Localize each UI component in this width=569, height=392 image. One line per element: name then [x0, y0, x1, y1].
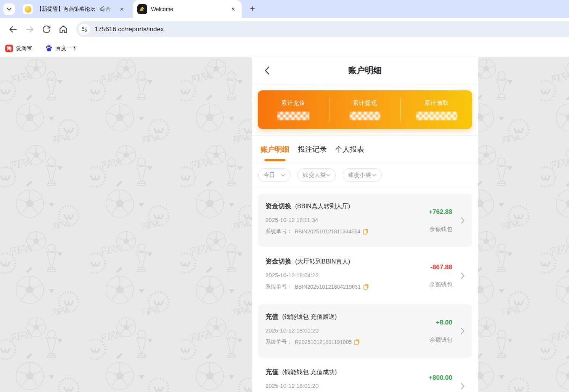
txn-order-label: 系统单号：: [265, 228, 292, 235]
txn-type: 充值: [265, 313, 278, 320]
filter-row: 今日 账变大类 账变小类: [252, 163, 478, 187]
bookmarks-bar: 淘 爱淘宝 百度一下: [0, 40, 569, 57]
tab-title: Welcome: [151, 6, 227, 12]
browser-tab-welcome[interactable]: Welcome ✕: [133, 0, 242, 18]
txn-order-label: 系统单号：: [265, 283, 292, 290]
summary-section: 累计充值 累计提现 累计领取: [252, 84, 478, 136]
reload-icon[interactable]: [42, 24, 51, 34]
chevron-down-icon: [281, 174, 285, 177]
forward-icon[interactable]: [25, 24, 35, 34]
totals-card: 累计充值 累计提现 累计领取: [258, 90, 472, 129]
total-withdraw-label: 累计提现: [353, 100, 377, 107]
txn-wallet: 余额钱包: [429, 336, 452, 344]
txn-order-row: 系统单号： R202510121801191005: [265, 339, 360, 345]
back-icon[interactable]: [8, 24, 18, 34]
txn-amount-block: +762.88 余额钱包: [429, 200, 465, 241]
txn-type: 资金切换: [265, 258, 291, 265]
chevron-down-icon: [326, 174, 330, 177]
txn-title: 充值(钱能钱包 充值赠送): [265, 312, 360, 321]
forum-favicon-blob: [25, 6, 31, 13]
total-withdraw-value-blurred: [350, 112, 380, 120]
transaction-list: 资金切换(BBIN真人转到大厅) 2025-10-12 18:11:34 系统单…: [252, 187, 478, 392]
transaction-row[interactable]: 充值(钱能钱包 充值成功) 2025-10-12 18:01:20 +800.0…: [258, 360, 472, 392]
tab-search-button[interactable]: [3, 3, 15, 15]
copy-icon: [363, 228, 368, 235]
browser-toolbar: 175616.cc/reports/index: [0, 18, 569, 40]
chevron-right-icon: [461, 328, 465, 334]
account-detail-panel: 账户明细 累计充值 累计提现 累计领取 账户明: [252, 57, 478, 392]
txn-datetime: 2025-10-12 18:01:20: [265, 327, 360, 334]
new-tab-button[interactable]: +: [247, 4, 258, 14]
filter-date-label: 今日: [264, 172, 275, 179]
txn-order-label: 系统单号：: [265, 339, 292, 345]
txn-wallet: 余额钱包: [429, 226, 452, 233]
filter-date-dropdown[interactable]: 今日: [258, 168, 290, 182]
address-bar[interactable]: 175616.cc/reports/index: [76, 21, 569, 37]
txn-type: 资金切换: [265, 202, 291, 210]
chevron-right-icon: [461, 383, 465, 390]
txn-title: 资金切换(BBIN真人转到大厅): [265, 202, 368, 210]
txn-order-no: BBIN202510121811334564: [295, 228, 360, 235]
filter-major-type-label: 账变大类: [303, 172, 326, 179]
total-claim-value-blurred: [416, 112, 457, 120]
txn-order-row: 系统单号： BBIN202510121811334564: [265, 228, 368, 235]
tab-personal-report[interactable]: 个人报表: [335, 136, 364, 163]
filter-minor-type-dropdown[interactable]: 账变小类: [343, 168, 382, 182]
url-text[interactable]: 175616.cc/reports/index: [95, 26, 164, 33]
transaction-row[interactable]: 充值(钱能钱包 充值赠送) 2025-10-12 18:01:20 系统单号： …: [258, 304, 472, 358]
total-withdraw: 累计提现: [330, 90, 401, 129]
tab-bet-records[interactable]: 投注记录: [298, 136, 327, 163]
txn-datetime: 2025-10-12 18:01:20: [265, 382, 337, 389]
site-info-button[interactable]: [79, 24, 90, 35]
txn-datetime: 2025-10-12 18:04:22: [265, 272, 369, 278]
txn-info: 充值(钱能钱包 充值成功) 2025-10-12 18:01:20: [265, 366, 337, 392]
txn-amount: +8.00: [436, 319, 452, 326]
welcome-favicon: [137, 4, 147, 14]
txn-detail: (BBIN真人转到大厅): [295, 203, 350, 209]
transaction-row[interactable]: 资金切换(BBIN真人转到大厅) 2025-10-12 18:11:34 系统单…: [258, 194, 472, 247]
copy-button[interactable]: [363, 284, 369, 290]
txn-amount-block: +8.00 余额钱包: [429, 310, 465, 352]
home-icon[interactable]: [58, 24, 68, 34]
chevron-down-icon: [372, 174, 376, 177]
bookmark-baidu[interactable]: 百度一下: [45, 45, 77, 52]
tab-close-icon[interactable]: ✕: [119, 6, 125, 13]
total-claim: 累计领取: [401, 90, 472, 129]
forum-favicon: [23, 4, 33, 14]
filter-major-type-dropdown[interactable]: 账变大类: [297, 168, 336, 182]
txn-amount: +800.00: [429, 374, 452, 382]
copy-icon: [363, 284, 369, 290]
txn-amount-block: -867.88 余额钱包: [429, 255, 465, 296]
txn-detail: (钱能钱包 充值成功): [282, 369, 337, 375]
panel-header: 账户明细: [252, 57, 478, 84]
chevron-down-icon: [7, 8, 11, 11]
page-background: FIFA FIFA: [0, 57, 569, 392]
total-recharge: 累计充值: [258, 90, 329, 129]
browser-tab-forum[interactable]: 【新提醒】海燕策略论坛 - 综合 ✕: [18, 0, 129, 18]
total-recharge-value-blurred: [277, 112, 309, 120]
tab-account-detail[interactable]: 账户明细: [260, 136, 289, 163]
bookmark-aitaobao[interactable]: 淘 爱淘宝: [5, 45, 32, 52]
browser-tab-strip: 【新提醒】海燕策略论坛 - 综合 ✕ Welcome ✕ +: [0, 0, 569, 18]
txn-info: 资金切换(大厅转到BBIN真人) 2025-10-12 18:04:22 系统单…: [265, 255, 369, 296]
bookmark-label: 爱淘宝: [16, 45, 32, 52]
txn-title: 充值(钱能钱包 充值成功): [265, 368, 337, 376]
chevron-right-icon: [461, 217, 465, 224]
page-title: 账户明细: [252, 57, 478, 84]
txn-info: 资金切换(BBIN真人转到大厅) 2025-10-12 18:11:34 系统单…: [265, 200, 368, 241]
bookmark-label: 百度一下: [56, 45, 77, 52]
txn-type: 充值: [265, 368, 278, 376]
filter-minor-type-label: 账变小类: [348, 172, 371, 179]
txn-wallet: 余额钱包: [429, 281, 452, 288]
txn-order-row: 系统单号： BBIN202510121804219631: [265, 283, 369, 290]
chevron-right-icon: [461, 272, 465, 279]
copy-icon: [354, 339, 360, 345]
txn-info: 充值(钱能钱包 充值赠送) 2025-10-12 18:01:20 系统单号： …: [265, 310, 360, 352]
tab-close-icon[interactable]: ✕: [230, 6, 236, 13]
copy-button[interactable]: [363, 228, 368, 235]
report-tabs: 账户明细 投注记录 个人报表: [252, 136, 478, 163]
transaction-row[interactable]: 资金切换(大厅转到BBIN真人) 2025-10-12 18:04:22 系统单…: [258, 249, 472, 302]
copy-button[interactable]: [354, 339, 360, 345]
txn-title: 资金切换(大厅转到BBIN真人): [265, 257, 369, 266]
txn-amount-block: +800.00 余额钱包: [429, 366, 465, 392]
